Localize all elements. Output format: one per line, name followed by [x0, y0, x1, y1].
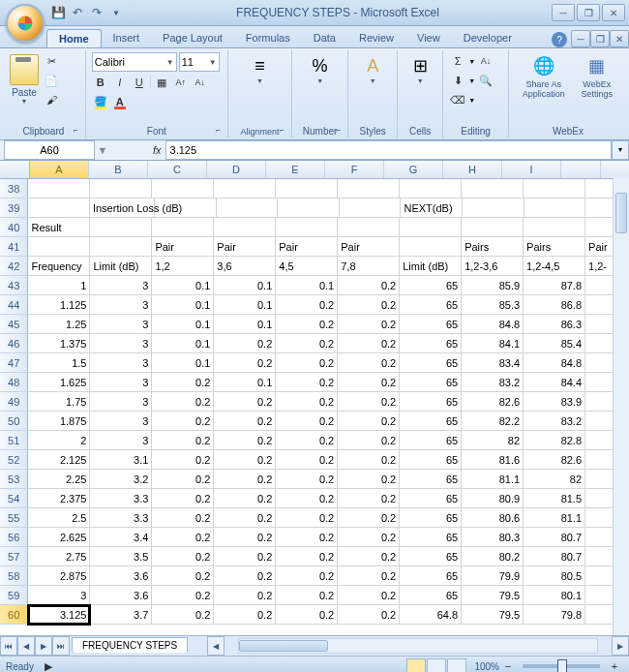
cell-F45[interactable]: 0.2: [338, 315, 400, 334]
cell-H49[interactable]: 82.6: [462, 392, 524, 412]
row-header-53[interactable]: 53: [0, 470, 28, 489]
cell-H56[interactable]: 80.3: [462, 528, 524, 547]
cell-B40[interactable]: [90, 218, 152, 237]
cell-C57[interactable]: 0.2: [152, 547, 214, 566]
row-header-52[interactable]: 52: [0, 450, 28, 470]
cell-C50[interactable]: 0.2: [152, 412, 214, 431]
cut-icon[interactable]: ✂: [43, 52, 60, 70]
cell-C52[interactable]: 0.2: [152, 450, 214, 470]
cell-G58[interactable]: 65: [400, 566, 462, 586]
font-name-combo[interactable]: Calibri▼: [92, 52, 177, 72]
cell-C45[interactable]: 0.1: [152, 315, 214, 334]
cell-C59[interactable]: 0.2: [152, 586, 214, 605]
cell-F47[interactable]: 0.2: [338, 353, 400, 373]
cell-C49[interactable]: 0.2: [152, 392, 214, 412]
cell-I45[interactable]: 86.3: [524, 315, 585, 334]
cell-B38[interactable]: [90, 179, 152, 199]
cell-H39[interactable]: [463, 199, 524, 218]
share-as-button[interactable]: 🌐 Share As Application: [515, 52, 573, 101]
cell-B54[interactable]: 3.3: [90, 489, 152, 508]
cell-I41[interactable]: Pairs: [524, 237, 585, 257]
cell-B53[interactable]: 3.2: [90, 470, 152, 489]
workbook-restore-button[interactable]: ❐: [590, 30, 610, 47]
col-header-H[interactable]: H: [443, 161, 502, 178]
cell-I40[interactable]: [524, 218, 585, 237]
cell-D47[interactable]: 0.2: [214, 353, 276, 373]
cell-F49[interactable]: 0.2: [338, 392, 400, 412]
cell-G48[interactable]: 65: [400, 373, 462, 392]
cell-D50[interactable]: 0.2: [214, 412, 276, 431]
cell-F48[interactable]: 0.2: [338, 373, 400, 392]
cell-E52[interactable]: 0.2: [276, 450, 338, 470]
row-header-47[interactable]: 47: [0, 353, 28, 373]
cell-I55[interactable]: 81.1: [524, 508, 585, 528]
ribbon-tab-formulas[interactable]: Formulas: [234, 29, 302, 47]
close-button[interactable]: ✕: [602, 4, 625, 21]
cell-B42[interactable]: Limit (dB): [90, 257, 152, 276]
cell-I56[interactable]: 80.7: [524, 528, 585, 547]
cell-H40[interactable]: [462, 218, 524, 237]
cell-I42[interactable]: 1,2-4,5: [524, 257, 585, 276]
cell-B44[interactable]: 3: [90, 295, 152, 315]
ribbon-tab-developer[interactable]: Developer: [452, 29, 524, 47]
row-header-46[interactable]: 46: [0, 334, 28, 353]
cell-H41[interactable]: Pairs: [462, 237, 524, 257]
col-header-C[interactable]: C: [148, 161, 207, 178]
cell-A39[interactable]: [28, 199, 90, 218]
cell-B60[interactable]: 3.7: [90, 605, 152, 625]
number-dialog-icon[interactable]: ⌐: [336, 126, 345, 136]
horizontal-scroll-thumb[interactable]: [239, 640, 328, 652]
ribbon-tab-insert[interactable]: Insert: [102, 29, 152, 47]
zoom-out-icon[interactable]: −: [499, 657, 517, 672]
row-header-42[interactable]: 42: [0, 257, 28, 276]
cell-E56[interactable]: 0.2: [276, 528, 338, 547]
cell-F57[interactable]: 0.2: [338, 547, 400, 566]
vertical-scroll-thumb[interactable]: [615, 193, 627, 233]
cell-B55[interactable]: 3.3: [90, 508, 152, 528]
cell-G50[interactable]: 65: [400, 412, 462, 431]
cell-G52[interactable]: 65: [400, 450, 462, 470]
cell-A45[interactable]: 1.25: [28, 315, 90, 334]
font-dialog-icon[interactable]: ⌐: [216, 126, 225, 136]
cell-I39[interactable]: [524, 199, 586, 218]
name-box[interactable]: A60: [4, 140, 95, 160]
cell-C47[interactable]: 0.1: [152, 353, 214, 373]
first-sheet-icon[interactable]: ⏮: [0, 636, 17, 656]
cell-G54[interactable]: 65: [400, 489, 462, 508]
cell-I59[interactable]: 80.1: [524, 586, 585, 605]
cell-G51[interactable]: 65: [400, 431, 462, 450]
alignment-button[interactable]: ≡ ▼: [234, 52, 285, 86]
row-header-43[interactable]: 43: [0, 276, 28, 295]
cell-A49[interactable]: 1.75: [28, 392, 90, 412]
cell-I57[interactable]: 80.7: [524, 547, 585, 566]
cell-E41[interactable]: Pair: [276, 237, 338, 257]
cell-H54[interactable]: 80.9: [462, 489, 524, 508]
cell-D41[interactable]: Pair: [214, 237, 276, 257]
cell-D38[interactable]: [214, 179, 276, 199]
styles-button[interactable]: A ▼: [354, 52, 391, 86]
cell-E55[interactable]: 0.2: [276, 508, 338, 528]
cell-E47[interactable]: 0.2: [276, 353, 338, 373]
cell-F38[interactable]: [338, 179, 400, 199]
col-header-A[interactable]: A: [30, 161, 89, 178]
cell-A52[interactable]: 2.125: [28, 450, 90, 470]
cell-C41[interactable]: Pair: [152, 237, 214, 257]
cell-H50[interactable]: 82.2: [462, 412, 524, 431]
cell-A59[interactable]: 3: [28, 586, 90, 605]
format-painter-icon[interactable]: 🖌: [43, 91, 60, 108]
cell-D52[interactable]: 0.2: [214, 450, 276, 470]
fx-icon[interactable]: fx: [149, 144, 165, 156]
cell-H38[interactable]: [462, 179, 524, 199]
border-icon[interactable]: ▦: [153, 74, 170, 91]
cell-E51[interactable]: 0.2: [276, 431, 338, 450]
cell-E40[interactable]: [276, 218, 338, 237]
name-dropdown-icon[interactable]: ▼: [95, 144, 110, 156]
cell-F43[interactable]: 0.2: [338, 276, 400, 295]
fill-icon[interactable]: ⬇: [449, 72, 466, 89]
zoom-in-icon[interactable]: +: [606, 657, 623, 672]
cell-I49[interactable]: 83.9: [524, 392, 585, 412]
cell-G44[interactable]: 65: [400, 295, 462, 315]
cell-E38[interactable]: [276, 179, 338, 199]
cell-I44[interactable]: 86.8: [524, 295, 585, 315]
cell-B57[interactable]: 3.5: [90, 547, 152, 566]
